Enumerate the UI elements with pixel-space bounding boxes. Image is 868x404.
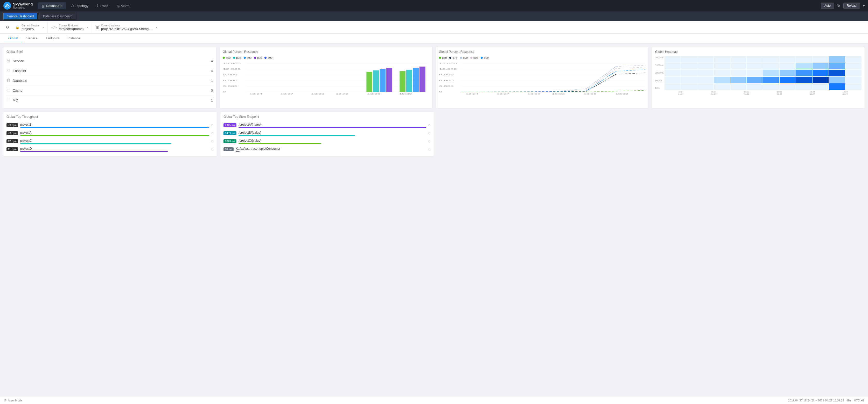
nav-trace[interactable]: ⤴ Trace xyxy=(93,2,112,9)
svg-point-3 xyxy=(9,60,10,60)
app-subtitle: Rocketbot xyxy=(13,6,33,9)
p99-dot xyxy=(265,57,267,59)
heatmap-cell xyxy=(730,56,746,63)
svg-text:18:30: 18:30 xyxy=(311,93,324,95)
heatmap-container: 2000ms 1500ms 1000ms 500ms 0ms xyxy=(655,56,862,95)
nav-alarm[interactable]: ◎ Alarm xyxy=(113,2,133,9)
nav-items: ▤ Dashboard ⬡ Topology ⤴ Trace ◎ Alarm xyxy=(38,2,821,9)
slow-bar-container-3: Kafka/test-trace-topic/Consumer xyxy=(236,147,426,152)
nav-topology[interactable]: ⬡ Topology xyxy=(67,2,92,9)
heatmap-cell xyxy=(812,56,829,63)
nav-dashboard[interactable]: ▤ Dashboard xyxy=(38,2,66,9)
p50-label: p50 xyxy=(226,56,230,59)
database-label: Database xyxy=(13,79,211,82)
legend2-p95: p95 xyxy=(470,56,478,59)
slow-label-1: /projectB/{value} xyxy=(239,131,426,134)
auto-button[interactable]: Auto xyxy=(821,3,834,9)
throughput-bar-projectA xyxy=(20,135,209,136)
copy-icon-projectA[interactable]: ⧉ xyxy=(211,132,214,135)
svg-rect-6 xyxy=(7,89,10,91)
copy-icon-projectC[interactable]: ⧉ xyxy=(211,140,214,143)
x-1824: 18:2404-27 xyxy=(678,91,683,95)
legend-p90: p90 xyxy=(244,56,251,59)
svg-point-4 xyxy=(9,61,10,62)
heatmap-cell xyxy=(714,77,730,83)
heatmap-cell xyxy=(845,83,862,90)
heatmap-cell xyxy=(796,83,812,90)
throughput-label-projectB: projectB xyxy=(20,123,209,126)
slow-label-0: /projectA/{name} xyxy=(239,123,426,126)
slow-label-3: Kafka/test-trace-topic/Consumer xyxy=(236,147,426,150)
database-dashboard-btn[interactable]: Database Dashboard xyxy=(39,13,76,20)
logo: Skywalking Rocketbot xyxy=(3,2,33,10)
legend-p95: p95 xyxy=(254,56,262,59)
heatmap-cell xyxy=(664,70,681,76)
cpm-badge-projectC: 62 cpm xyxy=(6,139,18,143)
slow-label-2: /projectC/{value} xyxy=(239,139,426,142)
heatmap-cell xyxy=(780,63,796,69)
tab-global[interactable]: Global xyxy=(4,34,22,43)
slow-copy-1[interactable]: ⧉ xyxy=(428,132,431,135)
heatmap-cell xyxy=(763,56,779,63)
slow-copy-2[interactable]: ⧉ xyxy=(428,140,431,143)
current-instance-selector[interactable]: ▣ Current Instance projectA-pid:12624@Wu… xyxy=(92,21,161,33)
svg-rect-26 xyxy=(386,68,392,92)
slow-projectC: 1043 ms /projectC/{value} ⧉ xyxy=(223,137,431,145)
endpoint-chevron-icon: ▾ xyxy=(87,26,88,29)
p50-dot xyxy=(223,57,225,59)
svg-text:18:39: 18:39 xyxy=(615,93,628,95)
heatmap-cell xyxy=(664,83,681,90)
brief-database: Database 1 xyxy=(6,76,213,86)
slow-copy-3[interactable]: ⧉ xyxy=(428,147,431,151)
bar-container-projectB: projectB xyxy=(20,123,209,128)
tab-endpoint[interactable]: Endpoint xyxy=(42,34,63,43)
refresh-button[interactable]: ↻ xyxy=(3,23,12,31)
throughput-bar-projectD xyxy=(20,151,168,152)
cache-count: 0 xyxy=(211,89,213,93)
cache-label: Cache xyxy=(13,89,211,93)
heatmap-cell xyxy=(664,77,681,83)
user-menu[interactable]: ▾ xyxy=(863,4,865,8)
svg-text:18:27: 18:27 xyxy=(280,93,293,95)
throughput-projectB: 78 cpm projectB ⧉ xyxy=(6,121,214,129)
y-1000: 1000ms xyxy=(655,71,663,74)
heatmap-cell xyxy=(714,83,730,90)
instance-chevron-icon: ▾ xyxy=(156,26,157,29)
heatmap-cell xyxy=(747,77,763,83)
p99-label2: p99 xyxy=(484,56,489,59)
copy-icon-projectD[interactable]: ⧉ xyxy=(211,147,214,151)
svg-text:6,000: 6,000 xyxy=(223,79,238,81)
heatmap-x-axis: 18:2404-27 18:2704-27 18:3004-27 18:3304… xyxy=(664,91,862,95)
svg-rect-25 xyxy=(380,69,386,92)
bottom-spacer xyxy=(437,112,865,157)
svg-rect-28 xyxy=(406,70,412,92)
copy-icon-projectB[interactable]: ⧉ xyxy=(211,124,214,127)
lock-icon: 🔒 xyxy=(15,25,20,29)
throughput-bar-projectB xyxy=(20,127,209,128)
heatmap-cell xyxy=(763,77,779,83)
svg-rect-24 xyxy=(373,70,379,92)
svg-text:15,000: 15,000 xyxy=(439,62,457,65)
throughput-label-projectA: projectA xyxy=(20,131,209,134)
heatmap-cell xyxy=(796,70,812,76)
reload-button[interactable]: Reload xyxy=(843,3,860,9)
current-endpoint-selector[interactable]: </> Current Endpoint /projectA/{name} ▾ xyxy=(48,21,92,33)
slow-kafka: 16 ms Kafka/test-trace-topic/Consumer ⧉ xyxy=(223,145,431,153)
p95-label2: p95 xyxy=(473,56,478,59)
heatmap-cell xyxy=(796,63,812,69)
legend2-p99: p99 xyxy=(480,56,489,59)
tab-instance[interactable]: Instance xyxy=(63,34,84,43)
svg-text:3,000: 3,000 xyxy=(439,85,454,87)
current-service-selector[interactable]: 🔒 Current Service projectA ▾ xyxy=(12,21,48,33)
svg-text:6,000: 6,000 xyxy=(439,79,454,81)
throughput-label-projectC: projectC xyxy=(20,139,209,142)
heatmap-cell xyxy=(845,70,862,76)
sub-nav: Service Dashboard Database Dashboard xyxy=(0,11,868,21)
nav-right: Auto ↻ Reload ▾ xyxy=(821,3,865,9)
gpr2-chart: 15,000 12,000 9,000 6,000 3,000 0 18:24 xyxy=(439,61,645,95)
tab-service[interactable]: Service xyxy=(22,34,42,43)
cpm-badge-projectA: 78 cpm xyxy=(6,131,18,135)
service-dashboard-btn[interactable]: Service Dashboard xyxy=(3,13,38,20)
slow-copy-0[interactable]: ⧉ xyxy=(428,124,431,127)
p50-label2: p50 xyxy=(442,56,447,59)
